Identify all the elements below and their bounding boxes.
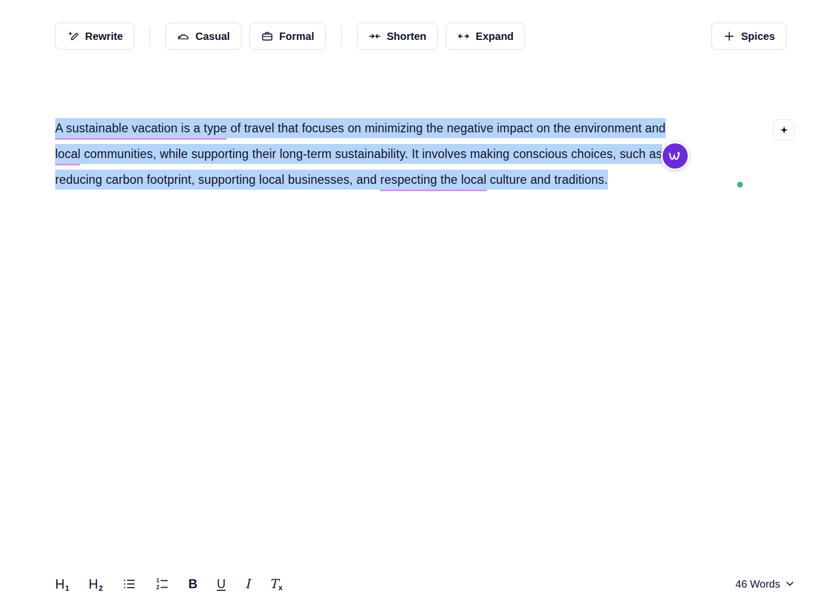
editor-page: Rewrite Casual Formal <box>0 0 840 616</box>
clear-formatting-button[interactable]: T x <box>269 578 282 590</box>
highlighted-text[interactable]: reducing carbon footprint, supporting lo… <box>55 170 380 190</box>
heading1-glyph: H <box>55 578 65 591</box>
underline-button[interactable]: U <box>217 577 226 591</box>
formal-button[interactable]: Formal <box>249 23 326 50</box>
highlighted-underlined-text[interactable]: local <box>55 144 80 164</box>
chevron-down-icon <box>786 581 794 587</box>
heading2-glyph: H <box>89 578 98 591</box>
underline-glyph: U <box>217 577 226 591</box>
formal-label: Formal <box>279 30 314 43</box>
sparkle-side-button[interactable] <box>773 119 794 140</box>
highlighted-underlined-text[interactable]: A sustainable vacation is a type <box>55 118 227 138</box>
word-count-dropdown[interactable]: 46 Words <box>736 578 794 590</box>
bold-glyph: B <box>188 578 197 590</box>
rewrite-button[interactable]: Rewrite <box>55 23 134 50</box>
numbered-list-button[interactable]: 1 2 <box>155 577 169 591</box>
ai-actions-toolbar: Rewrite Casual Formal <box>55 23 786 50</box>
selection-handle-dot[interactable] <box>737 182 743 187</box>
wordtune-w-logo <box>667 148 683 164</box>
bullet-list-button[interactable] <box>122 577 136 591</box>
toolbar-separator <box>341 26 342 46</box>
clear-formatting-sub-glyph: x <box>278 584 282 591</box>
svg-text:2: 2 <box>156 584 159 590</box>
highlighted-text[interactable]: of travel that focuses on minimizing the… <box>227 118 666 138</box>
plus-icon <box>723 30 736 43</box>
spices-button[interactable]: Spices <box>711 23 786 50</box>
heading1-sub-glyph: 1 <box>65 584 69 592</box>
expand-button[interactable]: Expand <box>446 23 525 50</box>
heading2-button[interactable]: H 2 <box>89 578 103 591</box>
numbered-list-icon: 1 2 <box>155 577 169 591</box>
highlighted-underlined-text[interactable]: respecting the local <box>380 170 486 190</box>
shorten-label: Shorten <box>387 30 427 43</box>
shorten-button[interactable]: Shorten <box>357 23 438 50</box>
highlighted-text[interactable]: culture and traditions. <box>487 170 608 190</box>
heading2-sub-glyph: 2 <box>99 584 103 592</box>
toolbar-separator <box>150 26 150 46</box>
editor-paragraph[interactable]: A sustainable vacation is a type of trav… <box>55 116 666 193</box>
word-count-label: 46 Words <box>736 578 780 590</box>
sparkle-icon <box>779 125 789 135</box>
arrows-inward-icon <box>369 30 381 43</box>
arrows-outward-icon <box>457 30 470 43</box>
svg-text:1: 1 <box>156 578 159 583</box>
editor-line[interactable]: reducing carbon footprint, supporting lo… <box>55 167 666 193</box>
formatting-toolbar: H 1 H 2 1 2 <box>55 570 794 598</box>
highlighted-text[interactable]: communities, while supporting their long… <box>80 144 662 164</box>
spices-label: Spices <box>741 30 775 43</box>
italic-glyph: I <box>245 578 250 590</box>
italic-button[interactable]: I <box>245 578 250 590</box>
bold-button[interactable]: B <box>188 578 197 590</box>
magic-pen-icon <box>67 30 79 43</box>
editor-line[interactable]: A sustainable vacation is a type of trav… <box>55 116 666 141</box>
clear-formatting-glyph: T <box>269 578 278 590</box>
heading1-button[interactable]: H 1 <box>55 578 69 591</box>
casual-button[interactable]: Casual <box>165 23 242 50</box>
rewrite-label: Rewrite <box>85 30 123 43</box>
casual-label: Casual <box>195 30 230 43</box>
briefcase-icon <box>261 30 274 43</box>
wordtune-logo-badge[interactable] <box>661 142 689 170</box>
sneaker-icon <box>177 30 190 43</box>
bullet-list-icon <box>122 577 136 591</box>
expand-label: Expand <box>476 30 513 43</box>
editor-line[interactable]: local communities, while supporting thei… <box>55 141 666 167</box>
